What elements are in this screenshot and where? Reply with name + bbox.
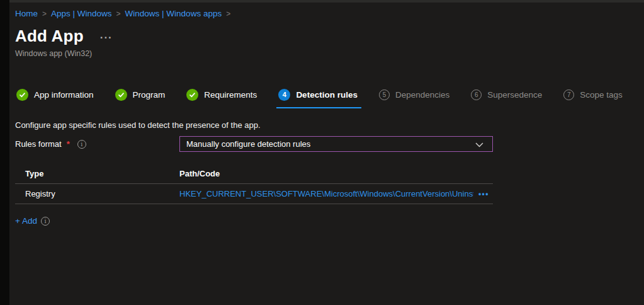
step-label: Requirements: [204, 90, 257, 100]
step-label: App information: [34, 90, 94, 100]
breadcrumb-separator: >: [226, 9, 230, 18]
blade-menu-ellipsis-icon[interactable]: ···: [100, 32, 113, 44]
step-number-badge: 7: [563, 89, 574, 100]
step-program[interactable]: Program: [115, 87, 166, 102]
step-number-badge: 5: [379, 89, 390, 100]
tab-description: Configure app specific rules used to det…: [15, 120, 261, 130]
table-header-row: Type Path/Code: [15, 164, 493, 184]
step-label: Dependencies: [395, 90, 449, 100]
chevron-down-icon: [475, 139, 483, 150]
breadcrumb: Home > Apps | Windows > Windows | Window…: [15, 9, 230, 18]
step-supersedence[interactable]: 6 Supersedence: [471, 87, 542, 102]
breadcrumb-separator: >: [116, 9, 121, 18]
breadcrumb-home[interactable]: Home: [15, 9, 38, 18]
check-icon: [115, 89, 127, 101]
left-border-bar: [0, 0, 9, 305]
breadcrumb-separator: >: [42, 9, 47, 18]
table-row: Registry HKEY_CURRENT_USER\SOFTWARE\Micr…: [15, 184, 493, 204]
field-label-text: Rules format: [15, 139, 62, 149]
rules-format-dropdown[interactable]: Manually configure detection rules: [179, 136, 493, 152]
step-requirements[interactable]: Requirements: [186, 87, 257, 102]
breadcrumb-apps-windows[interactable]: Apps | Windows: [51, 9, 112, 18]
check-icon: [16, 89, 28, 101]
rules-format-label: Rules format* i: [15, 139, 86, 149]
rule-path-cell: HKEY_CURRENT_USER\SOFTWARE\Microsoft\Win…: [179, 189, 493, 199]
info-icon[interactable]: i: [41, 217, 50, 226]
required-asterisk: *: [67, 139, 70, 149]
check-icon: [186, 89, 198, 101]
step-app-information[interactable]: App information: [16, 87, 94, 102]
column-header-type: Type: [15, 169, 179, 178]
row-more-menu-icon[interactable]: •••: [478, 190, 489, 199]
step-dependencies[interactable]: 5 Dependencies: [379, 87, 449, 102]
step-label: Program: [133, 90, 166, 100]
add-app-blade: Home > Apps | Windows > Windows | Window…: [9, 3, 644, 305]
rule-path-link[interactable]: HKEY_CURRENT_USER\SOFTWARE\Microsoft\Win…: [179, 189, 473, 199]
page-title: Add App: [15, 26, 84, 46]
title-row: Add App ···: [15, 26, 113, 46]
add-rule-row: + Add i: [15, 216, 50, 226]
step-label: Scope tags: [580, 90, 623, 100]
column-header-path: Path/Code: [179, 169, 493, 178]
rule-type-cell: Registry: [15, 189, 179, 199]
step-number-badge: 4: [278, 89, 290, 101]
step-label: Supersedence: [487, 90, 542, 100]
step-scope-tags[interactable]: 7 Scope tags: [563, 87, 623, 102]
info-icon[interactable]: i: [77, 140, 86, 149]
step-detection-rules[interactable]: 4 Detection rules: [278, 87, 358, 102]
page-subtitle: Windows app (Win32): [15, 49, 92, 58]
step-label: Detection rules: [296, 90, 358, 100]
step-number-badge: 6: [471, 89, 482, 100]
rules-format-row: Rules format* i Manually configure detec…: [15, 136, 644, 152]
add-rule-button[interactable]: + Add: [15, 216, 37, 226]
breadcrumb-windows-apps[interactable]: Windows | Windows apps: [125, 9, 222, 18]
wizard-steps: App information Program Requirements 4 D…: [16, 87, 623, 102]
dropdown-selected-value: Manually configure detection rules: [186, 139, 475, 149]
detection-rules-table: Type Path/Code Registry HKEY_CURRENT_USE…: [15, 164, 493, 204]
